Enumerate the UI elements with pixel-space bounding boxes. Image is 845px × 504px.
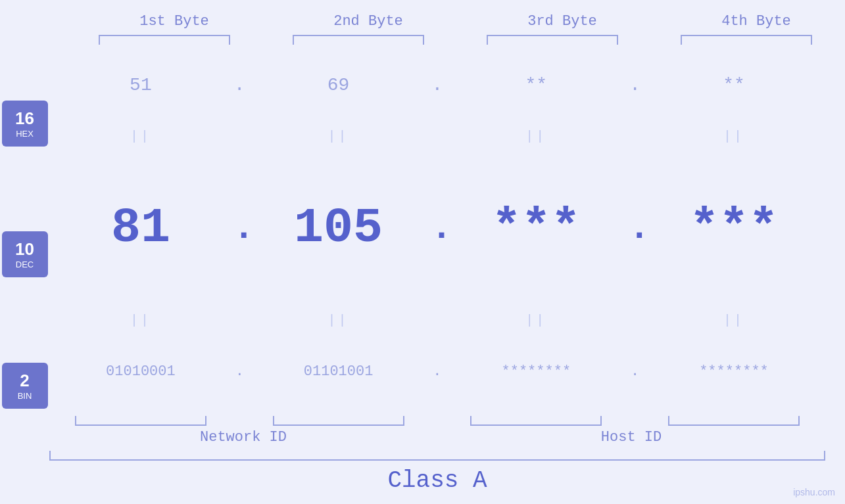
bracket-b2-top bbox=[293, 35, 424, 45]
host-id-label: Host ID bbox=[437, 429, 825, 446]
dec-dot1: . bbox=[233, 208, 246, 249]
dec-dot2: . bbox=[431, 208, 444, 249]
bin-badge: 2 BIN bbox=[2, 363, 48, 409]
hex-dot3: . bbox=[629, 75, 642, 95]
top-brackets bbox=[74, 35, 846, 45]
hex-badge: 16 HEX bbox=[2, 101, 48, 147]
dec-b1: 81 bbox=[50, 200, 231, 256]
byte1-header: 1st Byte bbox=[84, 13, 265, 30]
content-area: 16 HEX 10 DEC 2 BIN 51 . 69 bbox=[0, 45, 845, 504]
bin-dot2: . bbox=[431, 363, 444, 380]
byte4-header: 4th Byte bbox=[666, 13, 846, 30]
byte4-label: 4th Byte bbox=[721, 13, 791, 30]
hex-b3: ** bbox=[446, 75, 627, 95]
data-grid: 51 . 69 . ** . ** || || bbox=[49, 45, 845, 504]
byte2-header: 2nd Byte bbox=[278, 13, 459, 30]
hex-dot2: . bbox=[431, 75, 444, 95]
bracket-b4-bottom bbox=[668, 416, 800, 426]
bracket-b3-top bbox=[487, 35, 618, 45]
bin-b1: 01010001 bbox=[50, 363, 231, 380]
bracket-b4-top bbox=[681, 35, 812, 45]
bracket-b2-bottom bbox=[273, 416, 404, 426]
hex-b1: 51 bbox=[50, 75, 231, 95]
dec-badge: 10 DEC bbox=[2, 231, 48, 277]
dec-row: 81 . 105 . *** . *** bbox=[49, 148, 825, 309]
header-row: 1st Byte 2nd Byte 3rd Byte 4th Byte bbox=[43, 0, 845, 30]
bracket-b1-bottom bbox=[75, 416, 206, 426]
bin-row: 01010001 . 01101001 . ******** . *******… bbox=[49, 332, 825, 412]
bin-dot1: . bbox=[233, 363, 246, 380]
badges-column: 16 HEX 10 DEC 2 BIN bbox=[0, 45, 49, 504]
network-id-label: Network ID bbox=[49, 429, 437, 446]
bracket-b3-bottom bbox=[470, 416, 602, 426]
byte2-label: 2nd Byte bbox=[333, 13, 403, 30]
class-a-label: Class A bbox=[49, 461, 825, 497]
equals-row-2: || || || || bbox=[49, 309, 825, 332]
byte3-header: 3rd Byte bbox=[472, 13, 653, 30]
equals-row-1: || || || || bbox=[49, 125, 825, 148]
main-container: 1st Byte 2nd Byte 3rd Byte 4th Byte bbox=[0, 0, 845, 504]
dec-dot3: . bbox=[629, 208, 642, 249]
byte3-label: 3rd Byte bbox=[527, 13, 597, 30]
id-labels: Network ID Host ID bbox=[49, 429, 825, 446]
bin-b4: ******** bbox=[643, 363, 824, 380]
bin-b3: ******** bbox=[446, 363, 627, 380]
dec-b4: *** bbox=[643, 200, 824, 256]
hex-row: 51 . 69 . ** . ** bbox=[49, 45, 825, 125]
class-bracket bbox=[49, 451, 825, 461]
bin-b2: 01101001 bbox=[248, 363, 429, 380]
bin-dot3: . bbox=[629, 363, 642, 380]
byte1-label: 1st Byte bbox=[139, 13, 209, 30]
bracket-b1-top bbox=[99, 35, 230, 45]
watermark: ipshu.com bbox=[793, 487, 835, 497]
dec-b2: 105 bbox=[248, 200, 429, 256]
hex-b2: 69 bbox=[248, 75, 429, 95]
dec-b3: *** bbox=[446, 200, 627, 256]
bottom-brackets bbox=[49, 416, 825, 426]
hex-dot1: . bbox=[233, 75, 246, 95]
hex-b4: ** bbox=[643, 75, 824, 95]
